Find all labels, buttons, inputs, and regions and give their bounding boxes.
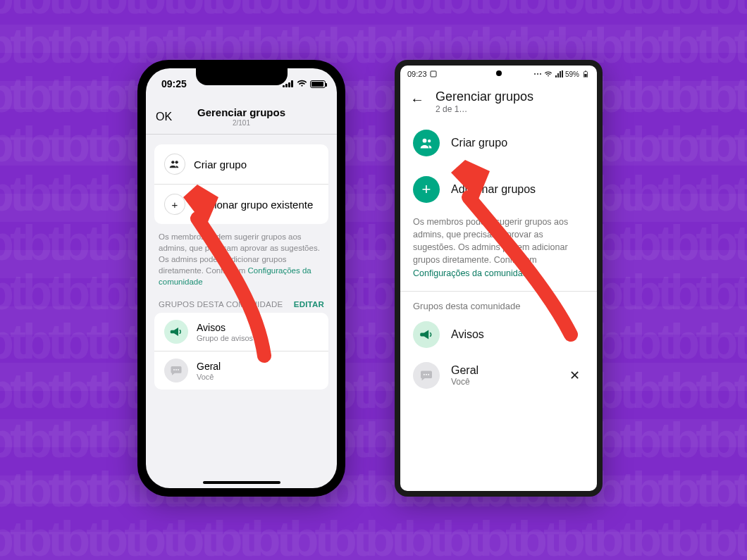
group-row-geral[interactable]: Geral Você ✕ — [400, 355, 597, 396]
plus-icon: + — [164, 194, 185, 215]
svg-point-0 — [171, 161, 174, 163]
iphone-home-indicator — [203, 481, 280, 484]
android-camera-punch — [496, 70, 502, 76]
battery-icon — [310, 80, 326, 88]
plus-icon: + — [413, 176, 440, 203]
svg-point-13 — [428, 139, 431, 142]
community-settings-link[interactable]: Configurações da comunidade — [413, 268, 533, 278]
svg-rect-10 — [585, 70, 586, 71]
create-group-row[interactable]: Criar grupo — [400, 120, 597, 166]
create-group-row[interactable]: Criar grupo — [154, 144, 328, 184]
android-frame: 09:23 59% ← Gerenciar grupos 2 de 1… Cr — [395, 60, 603, 497]
back-button[interactable]: ← — [410, 89, 424, 106]
section-header: GRUPOS DESTA COMUNIDADE EDITAR — [154, 287, 328, 313]
svg-point-6 — [534, 73, 536, 75]
group-icon — [413, 130, 440, 156]
svg-rect-5 — [431, 71, 436, 77]
notification-icon — [430, 70, 437, 77]
section-title: GRUPOS DESTA COMUNIDADE — [159, 300, 283, 309]
svg-rect-11 — [584, 74, 586, 77]
background-pattern: tbtbtbtbtbtbtbtbtbtbtbtbtbtbtbtbtbtbtbtb… — [0, 0, 747, 560]
background-glyph: tbtbtbtbtbtbtbtbtbtbtbtbtbtbtbtbtbtbtbtb… — [0, 0, 747, 560]
groups-card: Avisos Grupo de avisos Geral Você — [154, 313, 328, 390]
svg-point-12 — [423, 139, 427, 143]
ios-status-time: 09:25 — [161, 78, 187, 89]
chat-icon — [413, 362, 440, 389]
page-subtitle: 2 de 1… — [436, 104, 533, 114]
group-sub: Você — [197, 373, 221, 381]
wifi-icon — [544, 70, 552, 77]
svg-point-7 — [537, 73, 538, 75]
megaphone-icon — [164, 320, 188, 344]
svg-point-14 — [424, 374, 425, 375]
group-name: Avisos — [451, 328, 484, 341]
android-status-time: 09:23 — [407, 70, 427, 78]
edit-button[interactable]: EDITAR — [294, 300, 324, 309]
create-group-label: Criar grupo — [194, 158, 247, 170]
svg-point-1 — [175, 161, 178, 163]
group-name: Geral — [451, 364, 479, 377]
signal-icon — [555, 70, 563, 77]
page-title: Gerenciar grupos — [197, 106, 285, 118]
info-text: Os membros podem sugerir grupos aos admi… — [154, 224, 328, 287]
group-row-avisos[interactable]: Avisos Grupo de avisos — [154, 313, 328, 351]
close-icon[interactable]: ✕ — [565, 363, 584, 387]
group-sub: Grupo de avisos — [197, 334, 253, 342]
battery-percent: 59% — [565, 70, 579, 78]
svg-point-4 — [178, 369, 179, 371]
megaphone-icon — [413, 321, 440, 348]
actions-card: Criar grupo + Adicionar grupo existente — [154, 144, 328, 224]
wifi-icon — [297, 78, 307, 89]
add-existing-group-label: Adicionar grupo existente — [194, 199, 313, 211]
android-header: ← Gerenciar grupos 2 de 1… — [400, 82, 597, 120]
group-name: Geral — [197, 361, 221, 372]
svg-point-3 — [175, 369, 177, 371]
ok-button[interactable]: OK — [156, 111, 172, 123]
ios-header: OK Gerenciar grupos 2/101 — [146, 99, 337, 135]
svg-point-16 — [428, 374, 429, 375]
add-existing-group-row[interactable]: + Adicionar grupo existente — [154, 184, 328, 224]
section-title: Grupos desta comunidade — [400, 291, 597, 314]
chat-icon — [164, 359, 188, 382]
group-sub: Você — [451, 377, 479, 387]
iphone-frame: 09:25 OK Gerenciar grupos 2/101 — [137, 60, 345, 497]
page-title: Gerenciar grupos — [436, 89, 533, 104]
battery-icon — [581, 70, 590, 77]
svg-point-2 — [173, 369, 175, 371]
svg-point-8 — [540, 73, 541, 75]
ios-status-right — [283, 78, 326, 89]
group-row-geral[interactable]: Geral Você — [154, 351, 328, 390]
info-text: Os membros podem sugerir grupos aos admi… — [400, 213, 597, 288]
svg-point-15 — [426, 374, 427, 375]
group-name: Avisos — [197, 322, 253, 333]
iphone-notch — [196, 68, 288, 85]
iphone-screen: 09:25 OK Gerenciar grupos 2/101 — [146, 68, 337, 488]
more-icon — [533, 70, 542, 77]
add-groups-label: Adicionar grupos — [451, 183, 536, 196]
android-screen: 09:23 59% ← Gerenciar grupos 2 de 1… Cr — [400, 66, 597, 491]
group-row-avisos[interactable]: Avisos — [400, 314, 597, 355]
add-groups-row[interactable]: + Adicionar grupos — [400, 166, 597, 213]
page-subtitle: 2/101 — [197, 119, 285, 127]
group-icon — [164, 154, 185, 175]
create-group-label: Criar grupo — [451, 137, 507, 149]
